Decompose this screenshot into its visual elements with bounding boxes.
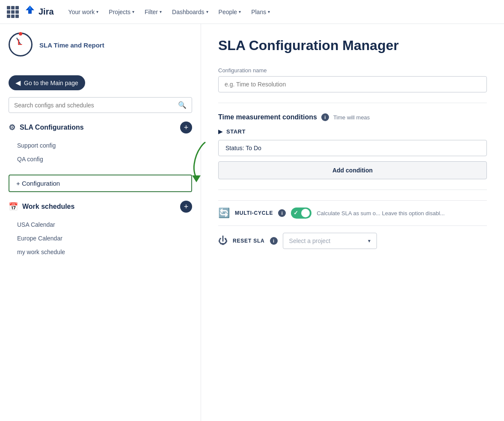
- search-icon: 🔍: [178, 101, 187, 109]
- add-sla-config-button[interactable]: +: [180, 122, 192, 133]
- multicycle-icon: 🔄: [218, 208, 230, 219]
- list-item[interactable]: USA Calendar: [12, 218, 192, 231]
- reset-sla-icon: ⏻: [218, 235, 228, 246]
- top-nav: Jira Your work ▾ Projects ▾ Filter ▾ Das…: [0, 0, 504, 24]
- jira-logo[interactable]: Jira: [24, 4, 54, 19]
- work-section-header: 📅 Work schedules +: [9, 201, 192, 213]
- time-conditions-header: Time measurement conditions i Time will …: [218, 113, 487, 121]
- multicycle-label: MULTI-CYCLE: [235, 210, 273, 216]
- multicycle-desc: Calculate SLA as sum o... Leave this opt…: [317, 210, 487, 216]
- condition-tag[interactable]: Status: To Do: [218, 140, 487, 156]
- sidebar-logo: L SLA Time and Report: [9, 33, 192, 65]
- green-arrow-annotation: [184, 140, 209, 183]
- reset-sla-label: RESET SLA: [233, 238, 265, 244]
- list-item[interactable]: Support config: [12, 139, 192, 152]
- svg-marker-0: [192, 175, 201, 182]
- reset-sla-info-icon[interactable]: i: [270, 237, 278, 245]
- time-note: Time will meas: [333, 114, 370, 121]
- sidebar: L SLA Time and Report ◀ Go to the Main p…: [0, 24, 201, 421]
- nav-items: Your work ▾ Projects ▾ Filter ▾ Dashboar…: [64, 6, 275, 18]
- nav-filter[interactable]: Filter ▾: [140, 6, 166, 18]
- sla-logo-icon: L: [9, 33, 34, 58]
- nav-plans[interactable]: Plans ▾: [247, 6, 274, 18]
- info-icon[interactable]: i: [321, 113, 329, 121]
- chevron-icon: ▾: [160, 9, 162, 14]
- work-schedule-list: USA Calendar Europe Calendar my work sch…: [12, 218, 192, 259]
- multicycle-info-icon[interactable]: i: [278, 209, 286, 217]
- reset-sla-row: ⏻ RESET SLA i Select a project ▾: [218, 225, 487, 256]
- sla-section-header: ⚙ SLA Configurations +: [9, 122, 192, 133]
- config-name-label: Configuration name: [218, 67, 487, 74]
- nav-your-work[interactable]: Your work ▾: [64, 6, 103, 18]
- back-arrow-icon: ◀: [15, 79, 21, 87]
- main-layout: L SLA Time and Report ◀ Go to the Main p…: [0, 24, 504, 421]
- start-label: START: [226, 128, 246, 135]
- chevron-down-icon: ▾: [368, 238, 371, 244]
- back-to-main-button[interactable]: ◀ Go to the Main page: [9, 75, 85, 90]
- gear-icon: ⚙: [9, 123, 15, 132]
- search-box[interactable]: 🔍: [9, 97, 192, 113]
- list-item[interactable]: QA config: [12, 152, 192, 166]
- nav-people[interactable]: People ▾: [214, 6, 246, 18]
- chevron-icon: ▾: [96, 9, 98, 14]
- add-condition-button[interactable]: Add condition: [218, 161, 487, 179]
- main-content: SLA Configuration Manager Configuration …: [201, 24, 504, 421]
- chevron-icon: ▾: [239, 9, 241, 14]
- add-configuration-button[interactable]: + Configuration: [9, 175, 192, 192]
- add-config-wrap: + Configuration: [9, 175, 192, 192]
- jira-logo-text: Jira: [39, 7, 54, 17]
- page-title: SLA Configuration Manager: [218, 38, 487, 53]
- list-item[interactable]: Europe Calendar: [12, 231, 192, 245]
- play-icon: ▶: [218, 128, 223, 135]
- multicycle-row: 🔄 MULTI-CYCLE i ✓ Calculate SLA as sum o…: [218, 200, 487, 225]
- jira-logo-icon: [24, 4, 36, 19]
- work-section-title: 📅 Work schedules: [9, 202, 74, 211]
- list-item[interactable]: my work schedule: [12, 245, 192, 259]
- start-row: ▶ START: [218, 128, 487, 135]
- divider: [218, 190, 487, 190]
- chevron-icon: ▾: [206, 9, 208, 14]
- time-conditions-title: Time measurement conditions: [218, 113, 317, 121]
- calendar-icon: 📅: [9, 202, 18, 211]
- search-input[interactable]: [14, 102, 175, 109]
- chevron-icon: ▾: [132, 9, 134, 14]
- nav-projects[interactable]: Projects ▾: [104, 6, 139, 18]
- sla-config-list: Support config QA config: [12, 139, 192, 166]
- app-grid-icon[interactable]: [7, 6, 19, 18]
- sidebar-logo-text: SLA Time and Report: [39, 41, 104, 50]
- config-name-input[interactable]: [218, 76, 487, 92]
- form-section: Configuration name Time measurement cond…: [218, 67, 487, 256]
- divider: [218, 103, 487, 103]
- add-work-schedule-button[interactable]: +: [180, 201, 192, 213]
- multicycle-toggle[interactable]: ✓: [291, 208, 311, 219]
- select-project-dropdown[interactable]: Select a project ▾: [283, 233, 377, 249]
- sla-section-title: ⚙ SLA Configurations: [9, 123, 84, 132]
- chevron-icon: ▾: [268, 9, 270, 14]
- nav-dashboards[interactable]: Dashboards ▾: [168, 6, 213, 18]
- select-project-placeholder: Select a project: [289, 237, 331, 244]
